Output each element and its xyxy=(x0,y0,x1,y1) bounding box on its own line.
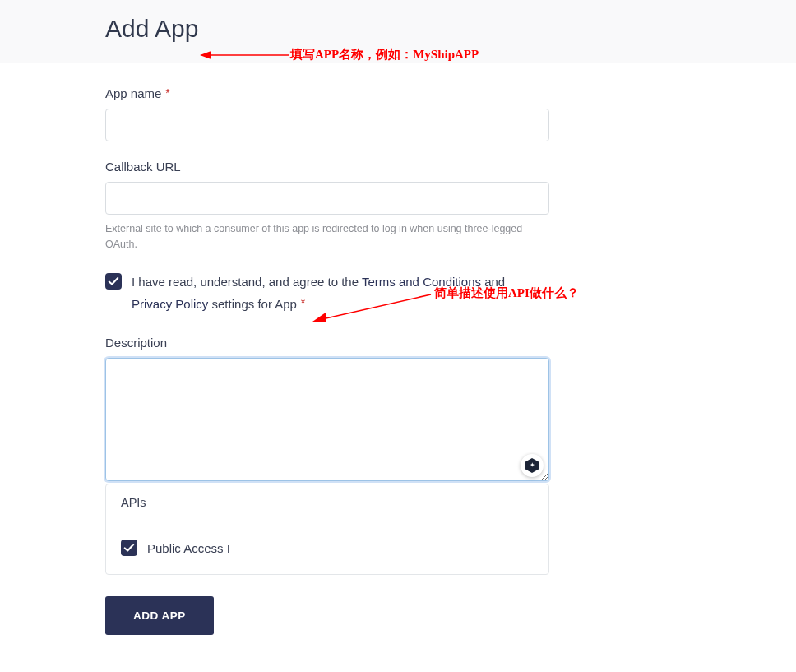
check-icon xyxy=(123,542,135,554)
required-star: * xyxy=(162,86,169,100)
public-access-checkbox[interactable] xyxy=(121,540,137,556)
public-access-label: Public Access I xyxy=(147,541,230,555)
agreement-checkbox[interactable] xyxy=(105,273,122,290)
apis-panel: APIs Public Access I xyxy=(105,484,549,575)
callback-url-input[interactable] xyxy=(105,182,549,215)
terms-link[interactable]: Terms and Conditions xyxy=(362,275,481,289)
required-star: * xyxy=(298,296,305,309)
assistant-widget-icon[interactable]: ✦ xyxy=(521,454,544,477)
field-callback-url: Callback URL External site to which a co… xyxy=(105,160,655,253)
app-name-label: App name * xyxy=(105,86,655,100)
callback-url-help: External site to which a consumer of thi… xyxy=(105,221,549,253)
description-label: Description xyxy=(105,336,655,350)
check-icon xyxy=(108,276,119,287)
apis-panel-header: APIs xyxy=(106,484,548,521)
app-name-input[interactable] xyxy=(105,109,549,141)
callback-url-label: Callback URL xyxy=(105,160,655,174)
privacy-link[interactable]: Privacy Policy xyxy=(132,297,208,311)
agreement-text: I have read, understand, and agree to th… xyxy=(132,271,505,317)
field-app-name: App name * xyxy=(105,86,655,141)
description-input[interactable] xyxy=(105,358,549,481)
add-app-button[interactable]: ADD APP xyxy=(105,596,214,635)
page-title: Add App xyxy=(105,15,655,43)
agreement-row: I have read, understand, and agree to th… xyxy=(105,271,655,317)
field-description: Description xyxy=(105,336,655,484)
